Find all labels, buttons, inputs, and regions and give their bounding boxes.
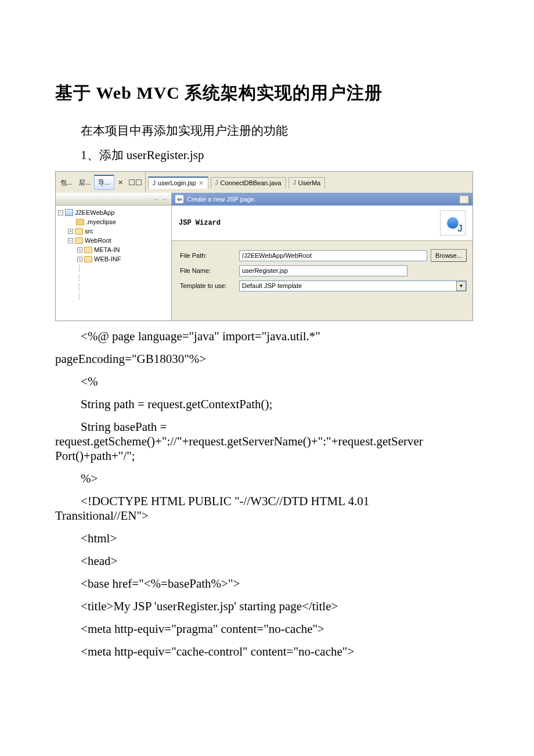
- navigator-toolbar: ← →: [56, 193, 171, 206]
- filepath-label: File Path:: [180, 252, 236, 259]
- expander-icon[interactable]: +: [77, 247, 82, 253]
- editor-tab-userlogin[interactable]: J userLogin.jsp ✕: [148, 177, 208, 189]
- expander-icon[interactable]: +: [77, 257, 82, 262]
- maximize-icon[interactable]: [136, 179, 142, 185]
- code-line: <%: [55, 375, 479, 389]
- editor-tab-label: UserMa: [298, 179, 321, 186]
- expander-icon[interactable]: +: [68, 229, 73, 234]
- code-line: <title>My JSP 'userRegister.jsp' startin…: [55, 599, 479, 614]
- code-line: <%@ page language="java" import="java.ut…: [55, 329, 479, 344]
- doc-title: 基于 Web MVC 系统架构实现的用户注册: [55, 81, 479, 105]
- view-tab-navigator[interactable]: 导...: [94, 175, 114, 190]
- tree-node-project[interactable]: J2EEWebApp: [75, 209, 114, 216]
- editor-tab-usermanage[interactable]: J UserMa: [288, 177, 326, 188]
- tree-node-webinf[interactable]: WEB-INF: [94, 255, 121, 262]
- editor-tab-label: ConnectDBBean.java: [221, 179, 282, 186]
- folder-open-icon: [84, 247, 92, 253]
- code-line: request.getScheme()+"://"+request.getSer…: [55, 434, 479, 449]
- wizard-heading: JSP Wizard: [179, 219, 221, 227]
- template-dropdown[interactable]: Default JSP template ▼: [239, 280, 467, 291]
- code-line: Port()+path+"/";: [55, 449, 479, 463]
- jsp-file-icon: J: [153, 180, 156, 186]
- code-line: <base href="<%=basePath%>">: [55, 577, 479, 591]
- view-tab-package[interactable]: 包...: [57, 176, 75, 189]
- back-arrow-icon[interactable]: ⇐: [175, 195, 183, 203]
- code-line: <meta http-equiv="pragma" content="no-ca…: [55, 622, 479, 636]
- paragraph-intro: 在本项目中再添加实现用户注册的功能: [55, 123, 479, 139]
- project-icon: [65, 209, 73, 216]
- folder-open-icon: [75, 237, 83, 244]
- wizard-icon: J: [440, 210, 466, 236]
- code-line: <head>: [55, 554, 479, 568]
- tab-close-icon[interactable]: ✕: [199, 179, 204, 187]
- code-line: pageEncoding="GB18030"%>: [55, 352, 479, 366]
- browse-button[interactable]: Browse...: [431, 249, 467, 262]
- folder-open-icon: [75, 228, 83, 235]
- project-tree[interactable]: −J2EEWebApp .myeclipse +src −WebRoot +ME…: [56, 206, 171, 321]
- tree-node-webroot[interactable]: WebRoot: [85, 237, 111, 244]
- filepath-input[interactable]: [239, 250, 427, 261]
- java-file-icon: J: [215, 179, 218, 186]
- tree-node-myeclipse[interactable]: .myeclipse: [86, 218, 116, 225]
- view-tab-layer[interactable]: 层...: [75, 176, 94, 189]
- dropdown-arrow-icon[interactable]: ▼: [456, 281, 466, 291]
- wizard-titlebar: ⇐ Create a new JSP page. ✕: [172, 193, 472, 206]
- wizard-close-icon[interactable]: ✕: [459, 195, 469, 204]
- editor-tab-connectdb[interactable]: J ConnectDBBean.java: [211, 177, 286, 188]
- close-icon[interactable]: ✕: [114, 179, 127, 186]
- filename-label: File Name:: [180, 267, 236, 274]
- nav-arrows[interactable]: ← →: [153, 196, 168, 203]
- template-label: Template to use:: [180, 282, 236, 289]
- wizard-title-text: Create a new JSP page.: [187, 196, 256, 203]
- folder-open-icon: [84, 256, 92, 262]
- code-line: %>: [55, 471, 479, 486]
- ide-screenshot: 包... 层... 导... ✕ J userLogin.jsp ✕ J Con…: [55, 171, 473, 321]
- tree-node-metainf[interactable]: META-IN: [94, 246, 120, 253]
- code-line: <!DOCTYPE HTML PUBLIC "-//W3C//DTD HTML …: [55, 494, 479, 509]
- paragraph-step1: 1、添加 userRegister.jsp: [55, 147, 479, 163]
- expander-icon[interactable]: −: [58, 210, 63, 215]
- filename-input[interactable]: [239, 265, 407, 276]
- expander-icon[interactable]: −: [68, 238, 73, 243]
- jsp-letter-icon: J: [457, 224, 463, 234]
- code-line: <meta http-equiv="cache-control" content…: [55, 645, 479, 659]
- code-line: String path = request.getContextPath();: [55, 397, 479, 412]
- minimize-icon[interactable]: [129, 179, 135, 185]
- tree-node-src[interactable]: src: [85, 228, 93, 235]
- code-line: String basePath =: [55, 420, 479, 434]
- code-line: <html>: [55, 531, 479, 546]
- globe-icon: [447, 217, 459, 229]
- folder-icon: [76, 219, 84, 225]
- template-value: Default JSP template: [242, 282, 302, 289]
- editor-tab-label: userLogin.jsp: [158, 179, 196, 186]
- java-file-icon: J: [293, 179, 296, 186]
- code-line: Transitional//EN">: [55, 509, 479, 523]
